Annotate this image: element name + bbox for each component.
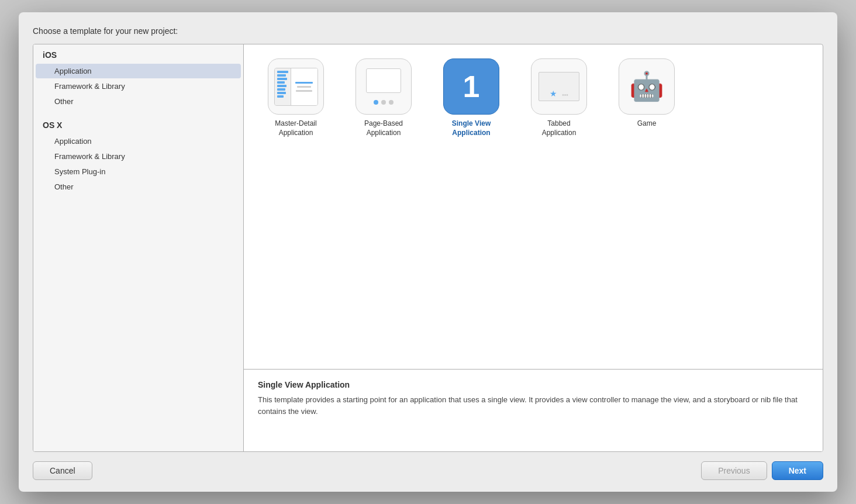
template-icon-game: 🤖 <box>619 58 675 115</box>
content-area: iOS Application Framework & Library Othe… <box>33 44 823 452</box>
single-view-number: 1 <box>463 69 480 104</box>
template-item-game[interactable]: 🤖 Game <box>609 58 685 137</box>
description-title: Single View Application <box>258 380 809 389</box>
description-text: This template provides a starting point … <box>258 394 809 417</box>
main-area: Master-DetailApplication <box>244 44 823 451</box>
dialog-title: Choose a template for your new project: <box>33 26 823 36</box>
template-icon-single-view: 1 <box>443 58 499 115</box>
sidebar-item-osx-framework[interactable]: Framework & Library <box>36 149 241 164</box>
sidebar-item-osx-plugin[interactable]: System Plug-in <box>36 164 241 179</box>
sidebar-item-ios-other[interactable]: Other <box>36 94 241 109</box>
cancel-button[interactable]: Cancel <box>33 461 92 480</box>
template-icon-tabbed: ★ ••• <box>531 58 587 115</box>
sidebar-item-ios-framework[interactable]: Framework & Library <box>36 79 241 94</box>
sidebar-section-ios: iOS <box>33 44 243 63</box>
template-label-page-based: Page-BasedApplication <box>364 119 403 137</box>
template-label-tabbed: TabbedApplication <box>542 119 577 137</box>
template-label-single-view: Single ViewApplication <box>452 119 491 137</box>
template-icon-master-detail <box>268 58 324 115</box>
sidebar-item-osx-other[interactable]: Other <box>36 179 241 194</box>
sidebar-item-osx-application[interactable]: Application <box>36 134 241 149</box>
template-label-master-detail: Master-DetailApplication <box>275 119 316 137</box>
previous-button[interactable]: Previous <box>701 461 767 480</box>
game-robot-icon: 🤖 <box>629 73 664 101</box>
template-icon-page-based <box>355 58 412 115</box>
template-item-master-detail[interactable]: Master-DetailApplication <box>258 58 334 137</box>
template-label-game: Game <box>637 119 657 129</box>
sidebar-item-ios-application[interactable]: Application <box>36 64 241 78</box>
nav-buttons: Previous Next <box>701 461 823 480</box>
template-grid: Master-DetailApplication <box>244 44 823 370</box>
template-item-single-view[interactable]: 1 Single ViewApplication <box>433 58 509 137</box>
bottom-bar: Cancel Previous Next <box>33 461 823 480</box>
sidebar-section-osx: OS X <box>33 115 243 133</box>
template-item-tabbed[interactable]: ★ ••• TabbedApplication <box>521 58 597 137</box>
template-item-page-based[interactable]: Page-BasedApplication <box>346 58 422 137</box>
dialog: Choose a template for your new project: … <box>19 12 837 492</box>
sidebar: iOS Application Framework & Library Othe… <box>33 44 244 451</box>
next-button[interactable]: Next <box>772 461 823 480</box>
page-dots <box>374 100 394 105</box>
description-area: Single View Application This template pr… <box>244 370 823 451</box>
